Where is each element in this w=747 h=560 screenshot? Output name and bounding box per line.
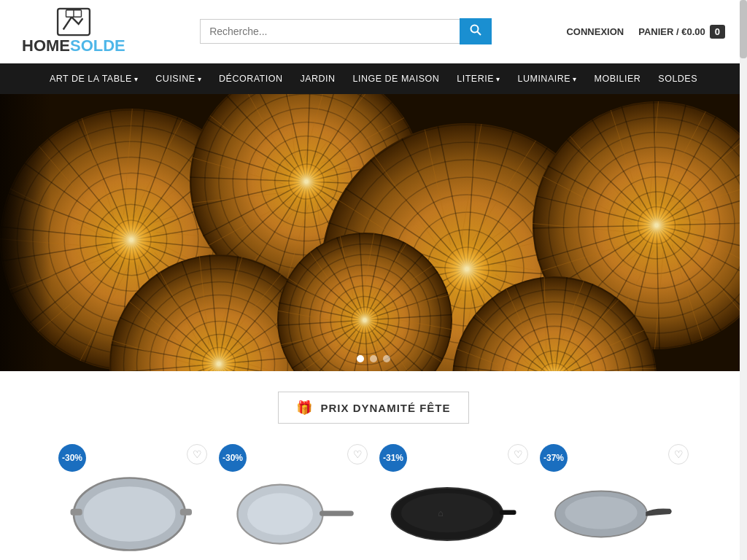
gift-icon: 🎁 (296, 400, 313, 416)
section-title-box: 🎁 PRIX DYNAMITÉ FÊTE (278, 392, 468, 424)
nav-bar: ART DE LA TABLE ▾CUISINE ▾DÉCORATIONJARD… (0, 63, 747, 94)
product-card: -31%♡⌂ (374, 438, 534, 560)
svg-point-13 (401, 493, 493, 532)
svg-text:⌂: ⌂ (438, 508, 444, 518)
nav-item-soldes[interactable]: SOLDES (649, 63, 706, 94)
product-image (67, 460, 198, 555)
svg-point-17 (565, 497, 638, 529)
svg-point-6 (84, 486, 176, 542)
product-image (549, 460, 680, 555)
panier-label: PANIER / €0.00 (638, 26, 705, 37)
product-badge: -30% (58, 444, 86, 472)
svg-rect-8 (180, 509, 192, 516)
svg-point-10 (247, 493, 313, 535)
svg-rect-15 (500, 510, 516, 515)
wishlist-button[interactable]: ♡ (668, 444, 689, 464)
search-button[interactable] (460, 18, 492, 44)
nav-item-mobilier[interactable]: MOBILIER (586, 63, 650, 94)
header-right: CONNEXION PANIER / €0.00 0 (566, 25, 725, 39)
logo-text-solde: SOLDE (70, 36, 125, 55)
wishlist-button[interactable]: ♡ (187, 444, 207, 464)
hero-canvas (0, 94, 747, 371)
search-icon (470, 24, 481, 36)
products-row: -30%♡-30%♡-31%♡⌂-37%♡ (0, 438, 747, 560)
nav-item-literie[interactable]: LITERIE ▾ (448, 63, 508, 94)
wishlist-button[interactable]: ♡ (508, 444, 528, 464)
nav-item-luminaire[interactable]: LUMINAIRE ▾ (509, 63, 586, 94)
logo-icon (55, 7, 92, 36)
panier-area[interactable]: PANIER / €0.00 0 (638, 25, 725, 39)
product-badge: -31% (379, 444, 407, 472)
search-input[interactable] (200, 19, 460, 44)
scrollbar-thumb[interactable] (740, 0, 747, 58)
header: HOME SOLDE CONNEXION PANIER / €0.00 0 (0, 0, 747, 63)
slide-dot-2[interactable] (370, 355, 377, 362)
chevron-down-icon: ▾ (134, 75, 139, 83)
nav-item-art-de-la-table[interactable]: ART DE LA TABLE ▾ (41, 63, 147, 94)
svg-line-4 (478, 32, 481, 36)
nav-item-linge-de-maison[interactable]: LINGE DE MAISON (344, 63, 449, 94)
scrollbar[interactable] (740, 0, 747, 560)
product-image (228, 460, 359, 555)
slide-dot-3[interactable] (383, 355, 390, 362)
product-badge: -30% (219, 444, 247, 472)
product-badge: -37% (540, 444, 568, 472)
logo-text-home: HOME (22, 36, 70, 55)
nav-item-décoration[interactable]: DÉCORATION (210, 63, 291, 94)
product-card: -30%♡ (213, 438, 374, 560)
connexion-link[interactable]: CONNEXION (566, 26, 624, 37)
product-card: -37%♡ (534, 438, 694, 560)
chevron-down-icon: ▾ (198, 75, 202, 83)
chevron-down-icon: ▾ (496, 75, 500, 83)
section-title-area: 🎁 PRIX DYNAMITÉ FÊTE (0, 392, 747, 424)
logo[interactable]: HOME SOLDE (22, 7, 125, 55)
svg-point-3 (471, 26, 479, 33)
nav-item-cuisine[interactable]: CUISINE ▾ (147, 63, 210, 94)
slide-dot-1[interactable] (357, 355, 364, 362)
search-area (200, 18, 492, 44)
chevron-down-icon: ▾ (573, 75, 577, 83)
panier-count: 0 (710, 25, 725, 39)
svg-rect-7 (71, 509, 82, 516)
wishlist-button[interactable]: ♡ (347, 444, 368, 464)
hero-banner (0, 94, 747, 371)
hero-indicator (357, 355, 390, 362)
product-card: -30%♡ (53, 438, 213, 560)
svg-rect-11 (320, 511, 354, 516)
product-image: ⌂ (388, 460, 519, 555)
section-title: PRIX DYNAMITÉ FÊTE (320, 402, 450, 414)
nav-item-jardin[interactable]: JARDIN (291, 63, 344, 94)
